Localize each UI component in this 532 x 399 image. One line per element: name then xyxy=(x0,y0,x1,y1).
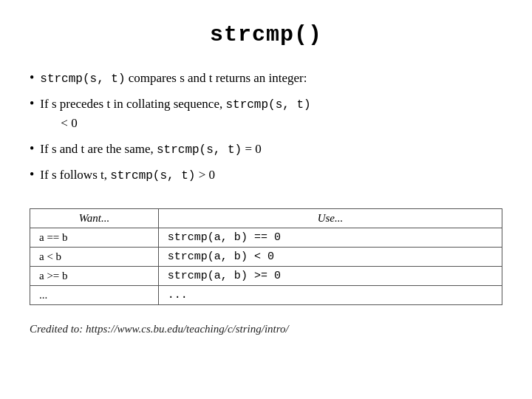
table-cell-use: strcmp(a, b) < 0 xyxy=(158,247,502,266)
table-cell-want: ... xyxy=(30,285,159,304)
bullet-content: If s follows t, strcmp(s, t) > 0 xyxy=(40,166,502,185)
bullet-dot: • xyxy=(30,94,34,114)
table-header-use: Use... xyxy=(158,208,502,228)
credit-text: Credited to: https://www.cs.bu.edu/teach… xyxy=(30,323,289,335)
bullet1-mono1: strcmp(s, t) xyxy=(40,72,125,86)
table-cell-use: strcmp(a, b) >= 0 xyxy=(158,266,502,285)
slide-title: strcmp() xyxy=(30,22,502,47)
bullet-content: If s and t are the same, strcmp(s, t) = … xyxy=(40,140,502,159)
table-cell-want: a >= b xyxy=(30,266,159,285)
bullet2-text1: If s precedes t in collating sequence, xyxy=(40,97,225,111)
bullet-list: • strcmp(s, t) compares s and t returns … xyxy=(30,68,502,191)
table-header-want: Want... xyxy=(30,208,159,228)
bullet-dot: • xyxy=(30,68,34,88)
bullet-content: If s precedes t in collating sequence, s… xyxy=(40,95,502,133)
table-header-row: Want... Use... xyxy=(30,208,502,228)
bullet-dot: • xyxy=(30,139,34,159)
table-cell-want: a == b xyxy=(30,228,159,247)
bullet-content: strcmp(s, t) compares s and t returns an… xyxy=(40,69,502,88)
list-item: • strcmp(s, t) compares s and t returns … xyxy=(30,68,502,88)
bullet1-text: compares s and t returns an integer: xyxy=(129,71,307,85)
bullet4-mono: strcmp(s, t) xyxy=(110,169,195,183)
list-item: • If s precedes t in collating sequence,… xyxy=(30,94,502,133)
list-item: • If s follows t, strcmp(s, t) > 0 xyxy=(30,165,502,185)
bullet3-text1: If s and t are the same, xyxy=(40,142,157,156)
table-cell-use: strcmp(a, b) == 0 xyxy=(158,228,502,247)
table-section: Want... Use... a == b strcmp(a, b) == 0 … xyxy=(30,208,502,305)
slide-container: strcmp() • strcmp(s, t) compares s and t… xyxy=(0,0,532,399)
bullet2-mono: strcmp(s, t) xyxy=(225,98,310,112)
bullet4-text2: > 0 xyxy=(195,168,215,182)
table-cell-use: ... xyxy=(158,285,502,304)
table-row: a < b strcmp(a, b) < 0 xyxy=(30,247,502,266)
comparison-table: Want... Use... a == b strcmp(a, b) == 0 … xyxy=(30,208,502,305)
bullet2-text2: < 0 xyxy=(40,116,77,130)
bullet4-text1: If s follows t, xyxy=(40,168,110,182)
table-row: a == b strcmp(a, b) == 0 xyxy=(30,228,502,247)
table-row: a >= b strcmp(a, b) >= 0 xyxy=(30,266,502,285)
bullet3-mono: strcmp(s, t) xyxy=(157,143,242,157)
table-cell-want: a < b xyxy=(30,247,159,266)
bullet-dot: • xyxy=(30,165,34,185)
table-row: ... ... xyxy=(30,285,502,304)
bullet3-text2: = 0 xyxy=(242,142,262,156)
list-item: • If s and t are the same, strcmp(s, t) … xyxy=(30,139,502,159)
